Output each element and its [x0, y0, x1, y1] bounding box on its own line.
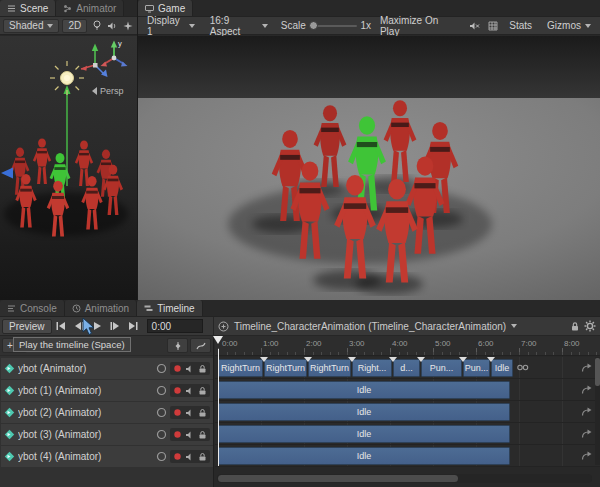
- track-lane[interactable]: Idle: [215, 445, 600, 467]
- lock-icon[interactable]: [198, 386, 207, 396]
- next-frame-icon: [109, 321, 121, 331]
- horizontal-scrollbar[interactable]: [217, 474, 592, 483]
- lock-icon[interactable]: [198, 408, 207, 418]
- blend-marker-icon: [260, 357, 268, 362]
- lock-icon[interactable]: [198, 364, 207, 374]
- timeline-ruler[interactable]: 0:00 1:00 2:00 3:00 4:00 5:00 6:00 7:00 …: [215, 336, 600, 356]
- display-label: Display 1: [147, 15, 185, 37]
- animation-clip[interactable]: RightTurn: [218, 359, 263, 377]
- chevron-down-icon: [511, 324, 517, 328]
- track-header[interactable]: ybot (3) (Animator): [1, 424, 213, 445]
- record-dot-icon[interactable]: [173, 386, 182, 395]
- record-circle-icon[interactable]: [156, 385, 167, 396]
- track-header[interactable]: ybot (4) (Animator): [1, 446, 213, 467]
- tab-animation[interactable]: Animation: [65, 300, 137, 316]
- animation-clip[interactable]: Pun...: [421, 359, 462, 377]
- shading-mode-dropdown[interactable]: Shaded: [3, 19, 59, 33]
- goto-end-button[interactable]: [125, 319, 142, 334]
- mute-audio-toggle[interactable]: [467, 19, 482, 33]
- track-offset-icon[interactable]: [581, 363, 592, 373]
- playhead[interactable]: [218, 349, 219, 466]
- animation-clip[interactable]: Pun...: [463, 359, 490, 377]
- animation-clip[interactable]: d...: [393, 359, 420, 377]
- gizmos-dropdown[interactable]: Gizmos: [541, 19, 597, 33]
- lock-icon[interactable]: [198, 430, 207, 440]
- chevron-down-icon: [189, 24, 195, 28]
- track-lane[interactable]: Idle: [215, 379, 600, 401]
- timeline-clips-area: 0:00 1:00 2:00 3:00 4:00 5:00 6:00 7:00 …: [215, 336, 600, 487]
- record-circle-icon[interactable]: [156, 451, 167, 462]
- scene-lighting-toggle[interactable]: [90, 19, 103, 33]
- track-lane[interactable]: Idle: [215, 423, 600, 445]
- aspect-dropdown[interactable]: 16:9 Aspect: [204, 19, 274, 33]
- record-dot-icon[interactable]: [173, 430, 182, 439]
- scene-audio-toggle[interactable]: [106, 19, 119, 33]
- timeline-asset-area: Timeline_CharacterAnimation (Timeline_Ch…: [214, 317, 600, 335]
- tab-timeline[interactable]: Timeline: [137, 300, 202, 316]
- track-offset-icon[interactable]: [581, 385, 592, 395]
- track-header[interactable]: ybot (2) (Animator): [1, 402, 213, 423]
- vertical-scrollbar[interactable]: [595, 357, 600, 465]
- goto-start-icon: [55, 321, 67, 331]
- animation-clip[interactable]: Idle: [218, 403, 510, 421]
- curves-view-button[interactable]: [190, 338, 211, 353]
- gear-icon[interactable]: [584, 320, 596, 332]
- tab-console[interactable]: Console: [0, 300, 65, 316]
- record-dot-icon[interactable]: [173, 364, 182, 373]
- mute-icon[interactable]: [185, 386, 195, 396]
- track-lane[interactable]: RightTurn RightTurn RightTurn Right... d…: [215, 357, 600, 379]
- horizontal-scrollbar-thumb[interactable]: [218, 475, 458, 482]
- tab-animator[interactable]: Animator: [56, 0, 124, 16]
- gizmos-label: Gizmos: [547, 20, 581, 31]
- animation-clip[interactable]: Idle: [218, 425, 510, 443]
- lock-icon[interactable]: [198, 452, 207, 462]
- loop-indicator-icon: [517, 364, 529, 371]
- scale-slider-thumb[interactable]: [309, 21, 318, 30]
- track-header[interactable]: ybot (1) (Animator): [1, 380, 213, 401]
- tab-scene[interactable]: Scene: [0, 0, 56, 16]
- mute-icon[interactable]: [185, 408, 195, 418]
- game-viewport[interactable]: [138, 36, 600, 300]
- record-circle-icon[interactable]: [156, 429, 167, 440]
- record-circle-icon[interactable]: [156, 407, 167, 418]
- scene-effects-dropdown[interactable]: [121, 19, 134, 33]
- scale-label: Scale: [281, 20, 306, 31]
- scene-viewport[interactable]: y Persp: [0, 36, 137, 300]
- animation-clip[interactable]: RightTurn: [264, 359, 307, 377]
- record-dot-icon[interactable]: [173, 452, 182, 461]
- persp-indicator[interactable]: Persp: [92, 86, 124, 96]
- animation-clip[interactable]: Idle: [218, 447, 510, 465]
- record-circle-icon[interactable]: [156, 363, 167, 374]
- timecode-field[interactable]: 0:00: [147, 319, 203, 333]
- track-lane[interactable]: Idle: [215, 401, 600, 423]
- animation-clip[interactable]: Right...: [352, 359, 392, 377]
- track-offset-icon[interactable]: [581, 407, 592, 417]
- maximize-on-play-toggle[interactable]: Maximize On Play: [374, 19, 461, 33]
- goto-start-button[interactable]: [53, 319, 70, 334]
- next-frame-button[interactable]: [107, 319, 124, 334]
- track-offset-icon[interactable]: [581, 451, 592, 461]
- stats-toggle[interactable]: Stats: [503, 19, 538, 33]
- animation-clip[interactable]: RightTurn: [308, 359, 351, 377]
- mute-icon[interactable]: [185, 430, 195, 440]
- console-icon: [7, 304, 16, 313]
- frame-debugger-toggle[interactable]: [485, 19, 500, 33]
- display-dropdown[interactable]: Display 1: [141, 19, 201, 33]
- mute-icon[interactable]: [185, 452, 195, 462]
- mute-icon[interactable]: [185, 364, 195, 374]
- animation-clip[interactable]: Idle: [218, 381, 510, 399]
- record-dot-icon[interactable]: [173, 408, 182, 417]
- add-track-label: +: [7, 340, 13, 351]
- vertical-scrollbar-thumb[interactable]: [595, 358, 600, 386]
- scale-slider[interactable]: [309, 25, 358, 27]
- ruler-label: 1:00: [263, 339, 279, 348]
- timeline-asset-selector[interactable]: Timeline_CharacterAnimation (Timeline_Ch…: [218, 321, 517, 332]
- 2d-toggle[interactable]: 2D: [62, 19, 87, 33]
- track-header[interactable]: ybot (Animator): [1, 358, 213, 379]
- marker-visibility-button[interactable]: [167, 338, 188, 353]
- ruler-label: 0:00: [222, 339, 238, 348]
- preview-toggle[interactable]: Preview: [2, 319, 52, 334]
- lock-icon[interactable]: [570, 321, 580, 332]
- maximize-label: Maximize On Play: [380, 15, 455, 37]
- track-offset-icon[interactable]: [581, 429, 592, 439]
